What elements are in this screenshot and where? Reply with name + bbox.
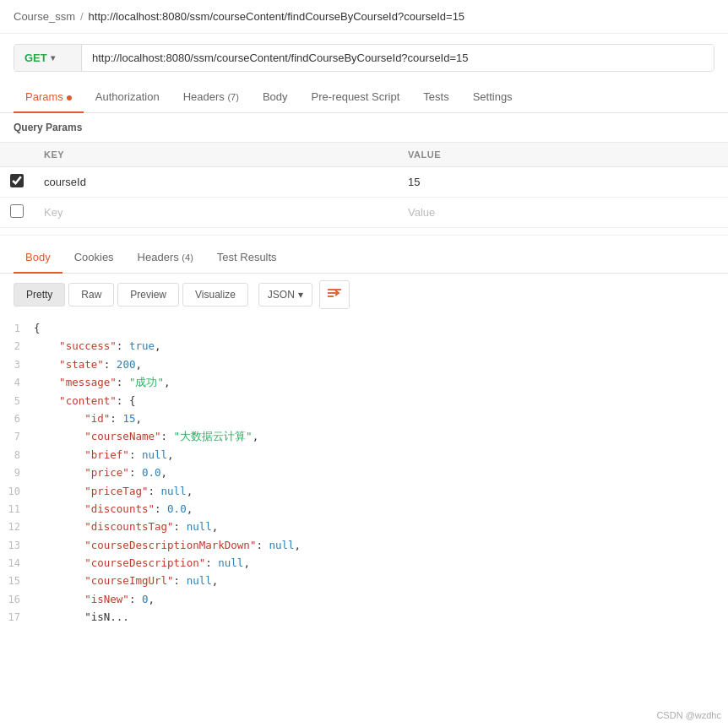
view-visualize-btn[interactable]: Visualize [182, 283, 248, 307]
param-value-0[interactable] [398, 167, 728, 198]
json-line: 10 "priceTag": null, [0, 482, 728, 500]
breadcrumb-sep: / [80, 10, 84, 23]
view-preview-btn[interactable]: Preview [117, 283, 179, 307]
json-line: 14 "courseDescription": null, [0, 554, 728, 572]
json-line: 17 "isN... [0, 608, 728, 626]
tab-settings[interactable]: Settings [461, 82, 524, 113]
checkbox-empty[interactable] [10, 204, 24, 218]
tab-params[interactable]: Params [14, 82, 84, 113]
json-viewer: 1{2 "success": true,3 "state": 200,4 "me… [0, 316, 728, 630]
json-line: 5 "content": { [0, 392, 728, 410]
json-line: 1{ [0, 319, 728, 337]
response-tabs: Body Cookies Headers (4) Test Results [0, 242, 728, 274]
key-input-1[interactable] [44, 206, 388, 219]
request-bar: GET ▾ [14, 44, 714, 72]
tab-authorization[interactable]: Authorization [84, 82, 171, 113]
view-raw-btn[interactable]: Raw [68, 283, 114, 307]
json-line: 9 "price": 0.0, [0, 464, 728, 481]
param-checkbox-1[interactable] [0, 198, 34, 228]
view-pretty-btn[interactable]: Pretty [14, 283, 65, 307]
json-line: 16 "isNew": 0, [0, 590, 728, 608]
wrap-btn[interactable] [319, 280, 350, 309]
value-input-0[interactable] [408, 176, 718, 188]
method-select[interactable]: GET ▾ [14, 45, 82, 71]
response-tab-body[interactable]: Body [14, 242, 62, 274]
breadcrumb-app[interactable]: Course_ssm [14, 10, 75, 23]
param-row-1 [0, 198, 728, 228]
tab-tests[interactable]: Tests [411, 82, 460, 113]
format-select[interactable]: JSON ▾ [258, 283, 312, 307]
method-label: GET [24, 52, 47, 64]
breadcrumb-url[interactable]: http://localhost:8080/ssm/courseContent/… [89, 10, 465, 23]
col-value: VALUE [398, 143, 728, 167]
tab-pre-request[interactable]: Pre-request Script [300, 82, 412, 113]
json-line: 4 "message": "成功", [0, 373, 728, 391]
wrap-icon [327, 286, 342, 300]
divider [0, 235, 728, 236]
param-key-1[interactable] [34, 198, 398, 228]
url-input[interactable] [82, 45, 714, 71]
json-line: 11 "discounts": 0.0, [0, 500, 728, 518]
breadcrumb: Course_ssm / http://localhost:8080/ssm/c… [0, 0, 728, 34]
param-value-1[interactable] [398, 198, 728, 228]
json-line: 8 "brief": null, [0, 446, 728, 464]
col-key: KEY [34, 143, 398, 167]
request-tabs: Params Authorization Headers (7) Body Pr… [0, 82, 728, 113]
col-checkbox [0, 143, 34, 167]
tab-body[interactable]: Body [251, 82, 300, 113]
response-tab-cookies[interactable]: Cookies [62, 242, 126, 274]
response-section: Body Cookies Headers (4) Test Results Pr… [0, 242, 728, 630]
json-line: 2 "success": true, [0, 337, 728, 355]
json-line: 15 "courseImgUrl": null, [0, 572, 728, 589]
chevron-down-icon: ▾ [298, 289, 303, 301]
body-toolbar: Pretty Raw Preview Visualize JSON ▾ [0, 274, 728, 316]
response-tab-headers[interactable]: Headers (4) [126, 242, 205, 274]
response-tab-test-results[interactable]: Test Results [205, 242, 289, 274]
format-label: JSON [268, 289, 295, 301]
params-table: KEY VALUE [0, 142, 728, 228]
json-line: 13 "courseDescriptionMarkDown": null, [0, 536, 728, 554]
tab-headers[interactable]: Headers (7) [171, 82, 251, 113]
param-checkbox-0[interactable] [0, 167, 34, 198]
json-line: 6 "id": 15, [0, 410, 728, 427]
params-dot [67, 95, 72, 100]
value-input-1[interactable] [408, 206, 718, 219]
param-row-0 [0, 167, 728, 198]
key-input-0[interactable] [44, 176, 388, 188]
param-key-0[interactable] [34, 167, 398, 198]
json-line: 3 "state": 200, [0, 355, 728, 373]
json-line: 12 "discountsTag": null, [0, 518, 728, 535]
checkbox-courseid[interactable] [10, 174, 24, 187]
chevron-down-icon: ▾ [51, 53, 55, 62]
query-params-label: Query Params [0, 113, 728, 142]
json-line: 7 "courseName": "大数据云计算", [0, 427, 728, 445]
